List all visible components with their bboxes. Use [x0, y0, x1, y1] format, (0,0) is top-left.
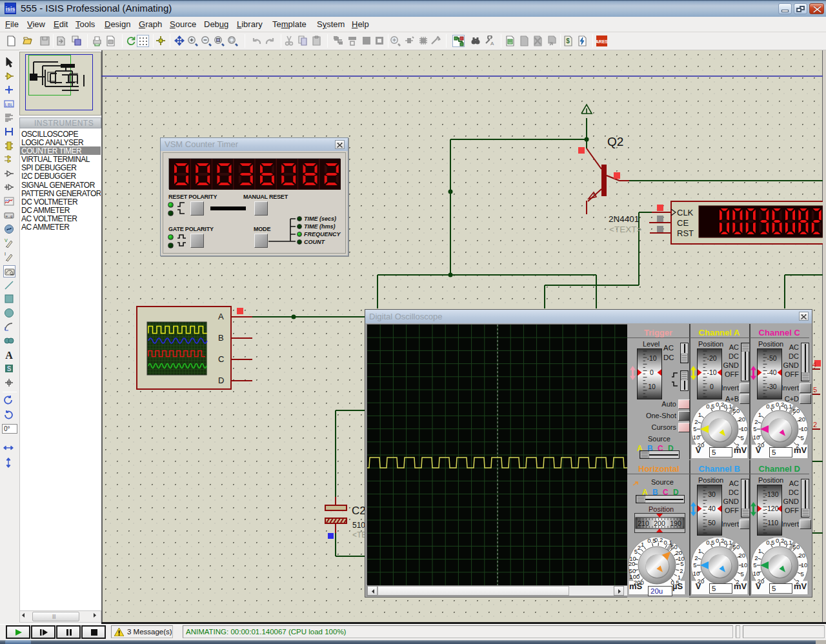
svg-text:40: 40	[708, 505, 716, 512]
svg-text:20: 20	[738, 552, 745, 559]
svg-text:V: V	[696, 581, 701, 591]
svg-text:1: 1	[758, 411, 761, 418]
svg-text:5: 5	[801, 570, 804, 578]
svg-text:10: 10	[693, 570, 700, 577]
svg-text:50: 50	[733, 407, 740, 414]
svg-text:5: 5	[634, 548, 638, 555]
svg-text:0.1: 0.1	[723, 539, 732, 546]
svg-text:0.1: 0.1	[783, 403, 792, 410]
svg-text:-10: -10	[647, 354, 656, 362]
svg-text:1: 1	[641, 541, 644, 548]
svg-text:10: 10	[753, 570, 760, 577]
svg-text:10: 10	[801, 561, 808, 569]
svg-text:CLK: CLK	[677, 208, 694, 217]
svg-text:10: 10	[741, 425, 748, 432]
svg-text:-20: -20	[707, 354, 716, 362]
svg-text:2: 2	[754, 554, 758, 561]
svg-text:50: 50	[793, 543, 800, 550]
svg-text:1: 1	[698, 411, 701, 418]
svg-text:A: A	[218, 312, 224, 321]
svg-text:-120: -120	[765, 505, 778, 512]
svg-text:10: 10	[741, 561, 748, 569]
svg-text:10: 10	[801, 425, 808, 432]
svg-text:0.2: 0.2	[776, 401, 784, 408]
svg-text:0.5: 0.5	[706, 539, 714, 546]
svg-text:V: V	[756, 445, 761, 455]
svg-text:CE: CE	[677, 218, 689, 228]
svg-text:Q2: Q2	[607, 135, 623, 148]
svg-text:V: V	[696, 445, 701, 455]
svg-text:A: A	[490, 41, 494, 46]
svg-text:D: D	[218, 376, 224, 385]
svg-text:510: 510	[352, 521, 365, 530]
svg-text:S: S	[7, 365, 12, 372]
svg-text:2: 2	[638, 544, 641, 551]
svg-text:2: 2	[754, 418, 758, 425]
svg-text:$: $	[566, 37, 570, 45]
svg-text:200: 200	[654, 519, 665, 527]
svg-text:4: 4	[812, 361, 816, 368]
svg-text:0.1: 0.1	[723, 403, 732, 410]
svg-text:0.1: 0.1	[783, 539, 792, 546]
svg-text:e.g: e.g	[6, 214, 13, 219]
svg-text:V: V	[756, 581, 761, 591]
svg-text:50: 50	[793, 407, 800, 414]
svg-text:5: 5	[741, 570, 744, 578]
svg-text:µS: µS	[672, 581, 683, 591]
svg-text:5: 5	[753, 561, 756, 569]
svg-text:2: 2	[813, 421, 817, 428]
svg-text:1: 1	[758, 547, 761, 554]
svg-text:0.5: 0.5	[766, 403, 774, 410]
svg-text:0.5: 0.5	[706, 403, 714, 410]
svg-text:-130: -130	[765, 490, 778, 498]
svg-text:0.2: 0.2	[654, 538, 663, 543]
svg-text:-10: -10	[707, 368, 716, 376]
svg-text:20: 20	[798, 552, 805, 559]
svg-text:LBL: LBL	[5, 103, 14, 107]
svg-text:0.2: 0.2	[716, 538, 724, 544]
svg-text:10: 10	[753, 434, 760, 441]
svg-text:5: 5	[801, 434, 804, 441]
svg-text:-40: -40	[767, 368, 776, 376]
svg-text:C2: C2	[352, 505, 366, 517]
svg-text:1: 1	[698, 547, 701, 554]
svg-text:5: 5	[813, 386, 817, 394]
svg-text:B: B	[218, 333, 224, 343]
svg-text:10: 10	[693, 434, 700, 441]
svg-text:30: 30	[708, 490, 716, 498]
svg-text:mS: mS	[629, 581, 643, 591]
svg-text:I: I	[5, 252, 6, 256]
svg-text:mV: mV	[734, 581, 747, 591]
svg-text:5: 5	[693, 425, 696, 432]
svg-text:0.2: 0.2	[716, 401, 724, 408]
svg-text:A: A	[5, 350, 13, 361]
svg-text:2: 2	[694, 554, 698, 561]
svg-text:5: 5	[680, 560, 683, 567]
svg-text:2N4401: 2N4401	[609, 214, 639, 224]
svg-text:50: 50	[733, 543, 740, 550]
svg-text:mV: mV	[734, 445, 747, 455]
svg-text:mV: mV	[794, 581, 807, 591]
svg-text:20: 20	[629, 560, 635, 567]
svg-text:5: 5	[741, 434, 744, 441]
svg-text:0: 0	[650, 368, 654, 376]
svg-text:190: 190	[670, 519, 681, 527]
svg-text:10: 10	[648, 383, 656, 390]
svg-text:5: 5	[693, 561, 696, 569]
svg-text:isis: isis	[5, 6, 15, 12]
svg-text:RST: RST	[677, 228, 694, 238]
svg-text:0.5: 0.5	[766, 539, 774, 546]
svg-text:5: 5	[753, 425, 756, 432]
svg-text:mV: mV	[794, 445, 807, 455]
svg-text:C: C	[218, 354, 224, 364]
svg-text:<TEXT>: <TEXT>	[609, 225, 641, 234]
svg-text:2: 2	[694, 418, 698, 425]
svg-text:20: 20	[738, 416, 745, 423]
svg-text:0.2: 0.2	[776, 538, 784, 544]
svg-text:ARES: ARES	[596, 39, 607, 44]
svg-text:V: V	[5, 238, 8, 243]
svg-text:-50: -50	[767, 354, 776, 362]
svg-text:210: 210	[638, 519, 649, 527]
svg-text:20: 20	[798, 416, 805, 423]
